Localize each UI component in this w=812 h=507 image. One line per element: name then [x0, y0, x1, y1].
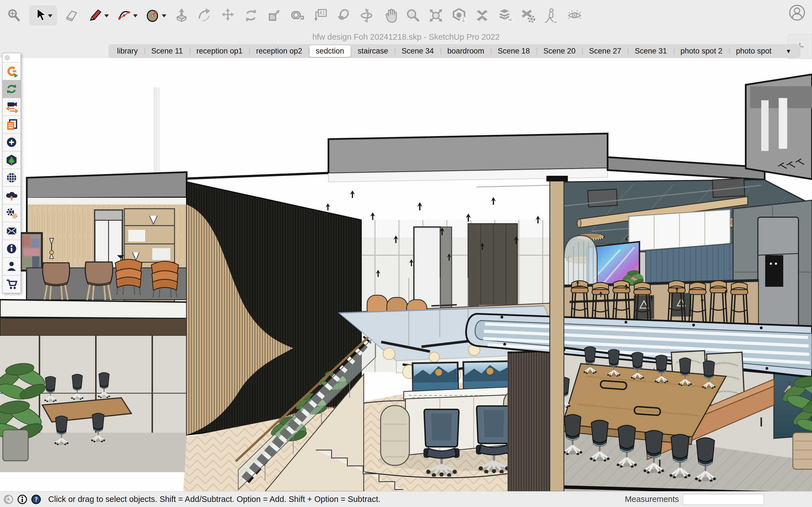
- tape-measure-tool-button[interactable]: [289, 8, 305, 23]
- zoom-tool-button[interactable]: [405, 8, 421, 23]
- main-toolbar: A1: [0, 0, 812, 31]
- info-icon[interactable]: [17, 494, 28, 505]
- measurements-label: Measurements: [625, 495, 679, 504]
- arc-tool-button[interactable]: [116, 8, 138, 23]
- status-message: Click or drag to select objects. Shift =…: [48, 495, 380, 504]
- scene-tab-photo-spot[interactable]: photo spot: [729, 45, 778, 57]
- dimension-text-tool-button[interactable]: A1: [312, 8, 328, 23]
- scene-tab-scene31[interactable]: Scene 31: [628, 45, 673, 57]
- warehouse-download-icon[interactable]: [451, 8, 467, 23]
- scene-tab-reception-op1[interactable]: reception op1: [190, 45, 250, 57]
- viewport-3d-scene[interactable]: [0, 58, 812, 492]
- orbit-tool-button[interactable]: [359, 8, 374, 23]
- walk-tool-button[interactable]: [544, 8, 559, 23]
- move-tool-button[interactable]: [220, 8, 236, 23]
- scale-tool-button[interactable]: [266, 8, 282, 23]
- scene-tab-scene20[interactable]: Scene 20: [537, 45, 582, 57]
- palette-header[interactable]: [3, 53, 20, 62]
- scene-tab-sedction[interactable]: sedction: [309, 45, 351, 57]
- geolocation-icon[interactable]: [3, 494, 14, 505]
- select-dropdown-caret[interactable]: [48, 14, 52, 20]
- scene-slat-screen: [507, 351, 552, 492]
- scene-tabs-bar: library Scene 11 reception op1 reception…: [109, 44, 801, 58]
- shapes-tool-button[interactable]: [145, 8, 166, 23]
- svg-text:A1: A1: [319, 10, 325, 16]
- select-tool-button[interactable]: [29, 5, 57, 25]
- scene-partition-post: [550, 179, 564, 492]
- scene-tab-scene18[interactable]: Scene 18: [491, 45, 537, 57]
- enscape-store-button[interactable]: [3, 276, 20, 293]
- follow-me-tool-button[interactable]: [197, 8, 213, 23]
- search-icon[interactable]: [6, 8, 22, 23]
- arc-dropdown-caret[interactable]: [133, 14, 138, 20]
- palette-close-icon[interactable]: [5, 55, 10, 60]
- scene-tab-scene34[interactable]: Scene 34: [395, 45, 441, 57]
- enscape-start-button[interactable]: [3, 62, 20, 80]
- enscape-panorama-button[interactable]: [3, 169, 20, 187]
- enscape-asset-library-button[interactable]: [3, 151, 20, 169]
- enscape-view-sync-button[interactable]: [3, 98, 20, 116]
- line-tool-button[interactable]: [87, 8, 109, 23]
- pencil-icon: [87, 8, 103, 23]
- push-pull-tool-button[interactable]: [174, 8, 190, 23]
- enscape-cloud-upload-button[interactable]: [3, 187, 20, 205]
- rotate-tool-button[interactable]: [243, 8, 259, 23]
- arc-icon: [116, 8, 132, 23]
- scene-tab-photo-spot-2[interactable]: photo spot 2: [674, 45, 729, 57]
- measurements-input[interactable]: [683, 494, 764, 505]
- scene-tab-boardroom[interactable]: boardroom: [441, 45, 491, 57]
- extension-layers-export-icon[interactable]: [497, 8, 513, 23]
- scene-tab-scene11[interactable]: Scene 11: [145, 45, 190, 57]
- status-bar: ? Click or drag to select objects. Shift…: [0, 491, 812, 507]
- scene-tab-staircase[interactable]: staircase: [351, 45, 395, 57]
- account-avatar-icon[interactable]: [789, 4, 805, 21]
- enscape-live-update-button[interactable]: [3, 80, 20, 98]
- enscape-add-object-button[interactable]: [3, 133, 20, 151]
- window-title: hfw design Foh 20241218.skp - SketchUp P…: [0, 31, 812, 43]
- extension-x-icon[interactable]: [474, 8, 490, 23]
- extension-x-settings-icon[interactable]: [520, 8, 536, 23]
- enscape-batch-render-button[interactable]: [3, 116, 20, 133]
- svg-text:?: ?: [35, 496, 38, 503]
- select-arrow-icon: [32, 8, 48, 23]
- sketchup-model-section-view: [0, 58, 812, 492]
- look-around-eye-icon[interactable]: [567, 8, 582, 23]
- enscape-feedback-button[interactable]: [3, 222, 20, 240]
- scene-wavy-slat-wall: [187, 179, 361, 447]
- pan-tool-button[interactable]: [382, 8, 398, 23]
- scene-tabs-overflow-button[interactable]: ▼: [778, 48, 799, 55]
- shapes-dropdown-caret[interactable]: [162, 14, 166, 20]
- eraser-tool-button[interactable]: [64, 8, 80, 23]
- enscape-settings-button[interactable]: [3, 205, 20, 222]
- help-icon[interactable]: ?: [31, 494, 42, 505]
- scene-tab-reception-op2[interactable]: reception op2: [249, 45, 309, 57]
- enscape-account-button[interactable]: [3, 258, 20, 276]
- zoom-extents-tool-button[interactable]: [428, 8, 444, 23]
- scene-tab-library[interactable]: library: [110, 45, 145, 57]
- paint-bucket-tool-button[interactable]: [336, 8, 351, 23]
- enscape-palette: [2, 53, 21, 293]
- line-dropdown-caret[interactable]: [104, 14, 109, 20]
- enscape-about-button[interactable]: [3, 240, 20, 258]
- circle-shape-icon: [145, 8, 161, 23]
- scene-tab-scene27[interactable]: Scene 27: [582, 45, 628, 57]
